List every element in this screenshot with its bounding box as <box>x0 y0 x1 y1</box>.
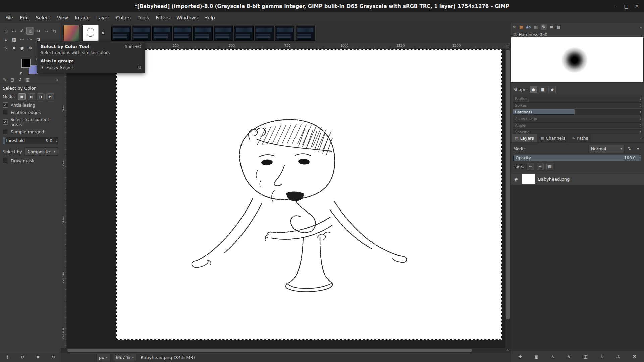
image-tab-babyhead[interactable] <box>82 25 98 41</box>
vertical-ruler[interactable]: 250 500 750 1000 1250 <box>61 49 67 348</box>
spinner[interactable]: ▴▾ <box>640 116 641 121</box>
text-tool[interactable]: A <box>10 44 18 51</box>
menu-view[interactable]: View <box>54 14 71 22</box>
layer-mode-menu-button[interactable]: ▾ <box>635 146 641 151</box>
strip-thumbnail[interactable] <box>173 26 192 41</box>
menu-select[interactable]: Select <box>33 14 54 22</box>
angle-slider[interactable]: Angle ▴▾ <box>513 122 642 128</box>
aspect-ratio-slider[interactable]: Aspect ratio ▴▾ <box>513 116 642 121</box>
menu-file[interactable]: File <box>2 14 16 22</box>
spinner[interactable]: ▴▾ <box>640 123 641 128</box>
dock-menu-button[interactable]: ◃ <box>640 25 642 29</box>
menu-windows[interactable]: Windows <box>173 14 201 22</box>
zoom-select[interactable]: 66.7 % ▾ <box>113 354 137 361</box>
new-layer-button[interactable]: ✚ <box>516 354 524 359</box>
menu-colors[interactable]: Colors <box>113 14 134 22</box>
select-by-dropdown[interactable]: Composite ▾ <box>25 147 58 156</box>
opacity-slider[interactable]: Opacity 100.0 ▴▾ <box>513 155 641 161</box>
layer-mode-dropdown[interactable]: Normal ▾ <box>588 145 625 153</box>
minimize-button[interactable]: – <box>611 4 620 9</box>
layer-mode-options-button[interactable]: ↻ <box>626 146 633 151</box>
gradients-dialog-tab[interactable]: ▥ <box>534 25 538 29</box>
new-layer-group-button[interactable]: ▣ <box>532 354 541 359</box>
threshold-spinner[interactable]: ▴▾ <box>56 137 57 144</box>
hardness-slider[interactable]: Hardness ▴▾ <box>513 109 642 115</box>
zoom-follow-window-button[interactable]: ◰ <box>505 43 511 49</box>
spikes-slider[interactable]: Spikes ▴▾ <box>513 102 642 108</box>
shape-square-button[interactable]: ■ <box>539 86 546 93</box>
bucket-fill-tool[interactable]: ∪ <box>2 36 10 43</box>
eye-icon[interactable]: ◉ <box>513 177 519 181</box>
duplicate-layer-button[interactable]: ◫ <box>581 354 590 359</box>
spinner[interactable]: ▴▾ <box>640 103 641 108</box>
layer-row[interactable]: ◉ Babyhead.png <box>511 173 644 185</box>
shape-diamond-button[interactable]: ◆ <box>548 86 556 93</box>
free-select-tool[interactable]: ✍ <box>18 27 26 35</box>
sample-merged-checkbox[interactable] <box>3 129 8 134</box>
select-by-color-tool[interactable]: ☝ <box>26 27 34 35</box>
undo-history-tab[interactable]: ↺ <box>18 77 21 82</box>
feather-edges-checkbox[interactable] <box>3 110 8 115</box>
menu-edit[interactable]: Edit <box>16 14 32 22</box>
strip-thumbnail[interactable] <box>214 26 233 41</box>
unit-select[interactable]: px ▾ <box>96 354 110 361</box>
rectangle-select-tool[interactable]: ▭ <box>10 27 18 35</box>
mode-subtract-button[interactable]: ◨ <box>37 93 45 100</box>
color-picker-tool[interactable]: ◉ <box>18 44 26 51</box>
strip-thumbnail[interactable] <box>255 26 274 41</box>
spinner[interactable]: ▴▾ <box>640 96 641 101</box>
foreground-color-swatch[interactable] <box>21 59 31 68</box>
anchor-layer-button[interactable]: ⚓ <box>614 354 623 359</box>
horizontal-scrollbar-thumb[interactable] <box>67 349 472 352</box>
shape-circle-button[interactable]: ● <box>530 86 537 93</box>
strip-thumbnail[interactable] <box>234 26 254 41</box>
menu-layer[interactable]: Layer <box>93 14 113 22</box>
strip-thumbnail[interactable] <box>193 26 213 41</box>
lock-position-button[interactable]: ✛ <box>537 163 544 170</box>
dock-menu-button[interactable]: ◃ <box>640 136 642 140</box>
brushes-dialog-tab[interactable]: ✑ <box>513 25 516 29</box>
pencil-tool[interactable]: ✏ <box>18 36 26 43</box>
default-colors-icon[interactable]: ◩ <box>19 72 22 75</box>
canvas-area[interactable] <box>66 49 505 348</box>
restore-tool-preset-button[interactable]: ↺ <box>19 355 27 360</box>
close-tab-icon[interactable]: ✕ <box>101 31 105 36</box>
strip-thumbnail[interactable] <box>111 26 131 41</box>
tool-options-tab[interactable]: ✎ <box>3 77 6 82</box>
tab-layers[interactable]: ▤ Layers <box>512 134 537 142</box>
patterns-dialog-tab[interactable]: ▦ <box>519 25 523 29</box>
document-history-tab[interactable]: ▩ <box>556 25 560 29</box>
delete-layer-button[interactable]: ✖ <box>630 354 639 359</box>
mode-intersect-button[interactable]: ◩ <box>46 93 54 100</box>
mode-replace-button[interactable]: ■ <box>18 93 26 100</box>
lock-pixels-button[interactable]: ✏ <box>527 163 534 170</box>
image-tab-photo[interactable] <box>63 25 79 41</box>
raise-layer-button[interactable]: ∧ <box>548 354 557 359</box>
draw-mask-checkbox[interactable] <box>3 158 8 163</box>
palettes-dialog-tab[interactable]: ▤ <box>550 25 553 29</box>
radius-slider[interactable]: Radius ▴▾ <box>513 96 642 101</box>
lock-alpha-button[interactable]: ▩ <box>546 163 553 170</box>
maximize-button[interactable]: ▢ <box>622 4 631 9</box>
vertical-scrollbar[interactable] <box>505 49 511 348</box>
menu-filters[interactable]: Filters <box>152 14 173 22</box>
lower-layer-button[interactable]: ∨ <box>565 354 574 359</box>
strip-thumbnail[interactable] <box>152 26 172 41</box>
strip-thumbnail[interactable] <box>275 26 294 41</box>
delete-tool-preset-button[interactable]: ✖ <box>34 355 42 360</box>
menu-image[interactable]: Image <box>71 14 93 22</box>
spinner[interactable]: ▴▾ <box>639 155 640 161</box>
close-button[interactable]: ✕ <box>633 4 641 9</box>
flip-tool[interactable]: ⇆ <box>51 27 58 35</box>
save-tool-preset-button[interactable]: ↓ <box>4 355 12 360</box>
navigation-button[interactable]: ✛ <box>505 348 511 353</box>
strip-thumbnail[interactable] <box>296 26 315 41</box>
mode-add-button[interactable]: ◧ <box>28 93 35 100</box>
threshold-slider[interactable]: Threshold 9.0 ▴▾ <box>3 137 58 144</box>
transform-tool[interactable]: ▱ <box>43 27 50 35</box>
canvas[interactable] <box>117 50 501 339</box>
select-transparent-checkbox[interactable]: ✓ <box>3 119 8 125</box>
layer-thumbnail[interactable] <box>522 174 535 184</box>
spinner[interactable]: ▴▾ <box>640 109 641 114</box>
menu-tools[interactable]: Tools <box>134 14 153 22</box>
